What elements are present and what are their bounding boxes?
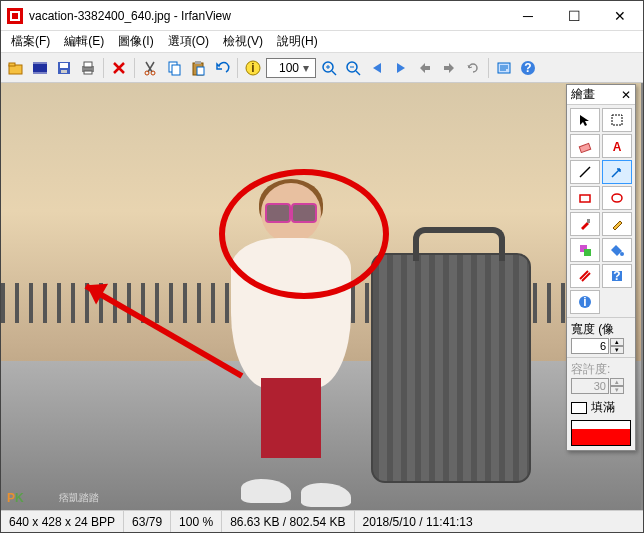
status-filesize: 86.63 KB / 802.54 KB xyxy=(222,511,354,532)
svg-rect-13 xyxy=(84,71,92,74)
print-button[interactable] xyxy=(77,57,99,79)
slideshow-button[interactable] xyxy=(29,57,51,79)
svg-text:?: ? xyxy=(524,61,531,75)
minimize-button[interactable]: ─ xyxy=(505,1,551,30)
tolerance-label: 容許度: xyxy=(571,361,631,378)
prev-page-button[interactable] xyxy=(414,57,436,79)
svg-rect-33 xyxy=(587,219,590,223)
menu-options[interactable]: 選項(O) xyxy=(162,31,215,52)
window-controls: ─ ☐ ✕ xyxy=(505,1,643,30)
tool-info[interactable]: i xyxy=(570,290,600,314)
tool-measure[interactable] xyxy=(570,264,600,288)
svg-rect-10 xyxy=(61,70,67,73)
tol-up: ▴ xyxy=(610,378,624,386)
width-section: 寬度 (像 ▴▾ xyxy=(567,317,635,357)
copy-button[interactable] xyxy=(163,57,185,79)
app-window: vacation-3382400_640.jpg - IrfanView ─ ☐… xyxy=(0,0,644,533)
delete-button[interactable] xyxy=(108,57,130,79)
suitcase-graphic xyxy=(371,253,531,483)
tol-down: ▾ xyxy=(610,386,624,394)
palette-titlebar[interactable]: 繪畫 ✕ xyxy=(567,85,635,105)
tool-eraser[interactable] xyxy=(570,134,600,158)
svg-text:i: i xyxy=(251,61,254,75)
save-button[interactable] xyxy=(53,57,75,79)
tool-pointer[interactable] xyxy=(570,108,600,132)
next-image-button[interactable] xyxy=(390,57,412,79)
app-icon xyxy=(7,8,23,24)
svg-point-14 xyxy=(145,71,149,75)
status-zoom: 100 % xyxy=(171,511,222,532)
svg-point-32 xyxy=(612,194,622,202)
tool-arrow[interactable] xyxy=(602,160,632,184)
menu-image[interactable]: 圖像(I) xyxy=(112,31,159,52)
svg-rect-7 xyxy=(33,72,47,74)
fill-checkbox[interactable] xyxy=(571,402,587,414)
palette-close-icon[interactable]: ✕ xyxy=(621,88,631,102)
menu-edit[interactable]: 編輯(E) xyxy=(58,31,110,52)
status-index: 63/79 xyxy=(124,511,171,532)
undo-button[interactable] xyxy=(211,57,233,79)
menu-file[interactable]: 檔案(F) xyxy=(5,31,56,52)
svg-rect-31 xyxy=(580,195,590,202)
fill-label: 填滿 xyxy=(591,399,615,416)
zoom-combo[interactable]: ▾ xyxy=(266,58,316,78)
tool-brush[interactable] xyxy=(570,212,600,236)
statusbar: 640 x 428 x 24 BPP 63/79 100 % 86.63 KB … xyxy=(1,510,643,532)
tool-ellipse[interactable] xyxy=(602,186,632,210)
chevron-down-icon[interactable]: ▾ xyxy=(299,61,313,75)
svg-rect-29 xyxy=(579,143,590,152)
tool-pencil[interactable] xyxy=(602,212,632,236)
width-down[interactable]: ▾ xyxy=(610,346,624,354)
menubar: 檔案(F) 編輯(E) 圖像(I) 選項(O) 檢視(V) 說明(H) xyxy=(1,31,643,53)
toolbar-separator xyxy=(134,58,135,78)
zoom-in-button[interactable] xyxy=(318,57,340,79)
tool-clone[interactable] xyxy=(570,238,600,262)
cut-button[interactable] xyxy=(139,57,161,79)
svg-rect-12 xyxy=(84,62,92,67)
width-input[interactable] xyxy=(571,338,609,354)
tool-fill[interactable] xyxy=(602,238,632,262)
status-dimensions: 640 x 428 x 24 BPP xyxy=(1,511,124,532)
svg-point-15 xyxy=(151,71,155,75)
paste-button[interactable] xyxy=(187,57,209,79)
watermark-sub: 痞凱踏踏 xyxy=(59,491,99,505)
toolbar-separator xyxy=(103,58,104,78)
svg-text:i: i xyxy=(583,295,586,309)
fill-row: 填滿 xyxy=(567,397,635,418)
color-swatch[interactable] xyxy=(571,420,631,446)
toolbar-separator xyxy=(237,58,238,78)
svg-rect-9 xyxy=(60,63,68,68)
menu-help[interactable]: 說明(H) xyxy=(271,31,324,52)
toolbar: i ▾ ? xyxy=(1,53,643,83)
svg-text:A: A xyxy=(613,140,622,153)
svg-rect-28 xyxy=(612,115,622,125)
prev-image-button[interactable] xyxy=(366,57,388,79)
tool-rect[interactable] xyxy=(570,186,600,210)
info-button[interactable]: i xyxy=(242,57,264,79)
tool-select[interactable] xyxy=(602,108,632,132)
maximize-button[interactable]: ☐ xyxy=(551,1,597,30)
tool-line[interactable] xyxy=(570,160,600,184)
rotate-button[interactable] xyxy=(462,57,484,79)
tool-help[interactable]: ? xyxy=(602,264,632,288)
image-viewport[interactable]: PK 痞凱踏踏 xyxy=(1,83,643,510)
open-button[interactable] xyxy=(5,57,27,79)
width-up[interactable]: ▴ xyxy=(610,338,624,346)
menu-view[interactable]: 檢視(V) xyxy=(217,31,269,52)
next-page-button[interactable] xyxy=(438,57,460,79)
zoom-input[interactable] xyxy=(269,61,299,75)
paint-palette[interactable]: 繪畫 ✕ A ? i 寬度 (像 ▴▾ 容許度: ▴▾ 填滿 xyxy=(566,84,636,451)
palette-tools: A ? i xyxy=(567,105,635,317)
zoom-out-button[interactable] xyxy=(342,57,364,79)
svg-rect-4 xyxy=(9,63,15,66)
titlebar: vacation-3382400_640.jpg - IrfanView ─ ☐… xyxy=(1,1,643,31)
toolbar-separator xyxy=(488,58,489,78)
svg-rect-6 xyxy=(33,62,47,64)
palette-title: 繪畫 xyxy=(571,86,595,103)
close-button[interactable]: ✕ xyxy=(597,1,643,30)
tool-text[interactable]: A xyxy=(602,134,632,158)
settings-button[interactable] xyxy=(493,57,515,79)
displayed-image: PK 痞凱踏踏 xyxy=(1,83,641,510)
about-button[interactable]: ? xyxy=(517,57,539,79)
svg-rect-20 xyxy=(197,67,204,75)
